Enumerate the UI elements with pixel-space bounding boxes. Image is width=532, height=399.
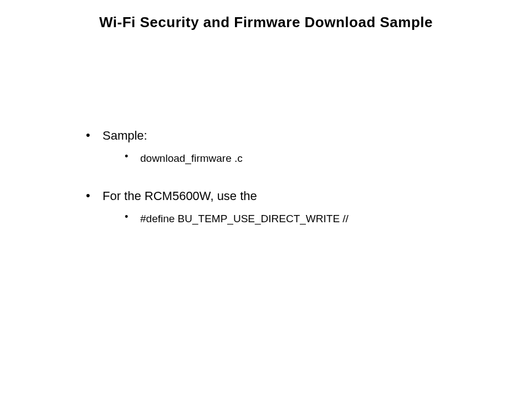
sub-bullet-item: #define BU_TEMP_USE_DIRECT_WRITE //: [124, 212, 510, 226]
slide-container: Wi-Fi Security and Firmware Download Sam…: [0, 0, 532, 399]
bullet-item: For the RCM5600W, use the #define BU_TEM…: [83, 188, 510, 226]
bullet-text: For the RCM5600W, use the: [103, 189, 257, 203]
slide-content: Sample: download_firmware .c For the RCM…: [22, 128, 510, 226]
bullet-item: Sample: download_firmware .c: [83, 128, 510, 165]
bullet-list: Sample: download_firmware .c For the RCM…: [83, 128, 510, 226]
sub-bullet-text: download_firmware .c: [140, 152, 243, 164]
bullet-text: Sample:: [103, 129, 147, 142]
sub-bullet-text: #define BU_TEMP_USE_DIRECT_WRITE //: [140, 213, 349, 224]
slide-title: Wi-Fi Security and Firmware Download Sam…: [22, 14, 510, 31]
sub-bullet-list: download_firmware .c: [103, 152, 510, 166]
sub-bullet-list: #define BU_TEMP_USE_DIRECT_WRITE //: [103, 212, 510, 226]
sub-bullet-item: download_firmware .c: [124, 152, 510, 166]
